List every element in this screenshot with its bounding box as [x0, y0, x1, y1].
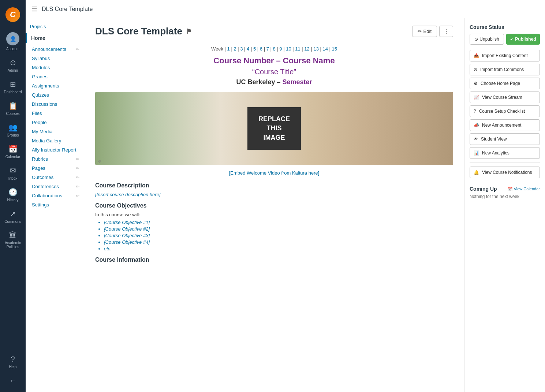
- nav-label-inbox: Inbox: [8, 176, 17, 180]
- nav-item-inbox[interactable]: ✉ Inbox: [0, 163, 26, 184]
- week-13-link[interactable]: 13: [313, 46, 318, 52]
- global-nav: C 👤 Account ⊙ Admin ⊞ Dashboard 📋 Course…: [0, 0, 26, 392]
- import-from-commons-button[interactable]: ⊙ Import from Commons: [470, 64, 540, 75]
- edit-button[interactable]: ✏ Edit: [412, 26, 437, 37]
- nav-item-assignments[interactable]: Assignments: [26, 81, 84, 90]
- breadcrumb[interactable]: Projects: [26, 22, 84, 33]
- nav-item-rubrics[interactable]: Rubrics ✏: [26, 154, 84, 164]
- header-buttons: ✏ Edit ⋮: [412, 26, 453, 37]
- course-status-title: Course Status: [470, 24, 540, 30]
- top-bar-title: DLS Core Template: [42, 6, 93, 12]
- week-11-link[interactable]: 11: [295, 46, 300, 52]
- nav-item-collaborations[interactable]: Collaborations ✏: [26, 191, 84, 200]
- week-4-link[interactable]: 4: [247, 46, 249, 52]
- nav-item-files[interactable]: Files: [26, 109, 84, 118]
- course-information-heading: Course Information: [95, 257, 453, 263]
- unpublish-button[interactable]: ⊙ Unpublish: [470, 34, 504, 45]
- week-9-link[interactable]: 9: [279, 46, 282, 52]
- notifications-icon: 🔔: [474, 170, 479, 175]
- more-icon: ⋮: [443, 28, 449, 34]
- nav-item-quizzes[interactable]: Quizzes: [26, 90, 84, 100]
- course-objectives-heading: Course Objectives: [95, 202, 453, 209]
- nav-item-ally-report[interactable]: Ally Instructor Report: [26, 145, 84, 154]
- nav-label-files: Files: [32, 111, 42, 116]
- week-1-link[interactable]: 1: [227, 46, 230, 52]
- view-calendar-link[interactable]: 📅 View Calendar: [508, 187, 540, 191]
- hamburger-menu[interactable]: ☰: [31, 5, 37, 13]
- week-12-link[interactable]: 12: [304, 46, 309, 52]
- nav-label-commons: Commons: [4, 220, 21, 224]
- nav-item-admin[interactable]: ⊙ Admin: [0, 55, 26, 76]
- choose-home-page-button[interactable]: ⚙ Choose Home Page: [470, 78, 540, 89]
- coming-up-empty: Nothing for the next week: [470, 194, 540, 199]
- nav-item-history[interactable]: 🕐 History: [0, 184, 26, 206]
- nav-item-calendar[interactable]: 📅 Calendar: [0, 141, 26, 163]
- week-2-link[interactable]: 2: [234, 46, 236, 52]
- week-6-link[interactable]: 6: [260, 46, 262, 52]
- announcement-icon: 📣: [474, 123, 479, 128]
- home-page-icon: ⚙: [474, 81, 478, 86]
- import-existing-content-button[interactable]: 📤 Import Existing Content: [470, 50, 540, 61]
- edit-icon-pages: ✏: [76, 166, 79, 171]
- nav-label-settings: Settings: [32, 202, 49, 208]
- nav-item-modules[interactable]: Modules: [26, 63, 84, 72]
- nav-item-dashboard[interactable]: ⊞ Dashboard: [0, 76, 26, 98]
- nav-item-help[interactable]: ? Help: [0, 351, 26, 373]
- nav-item-groups[interactable]: 👥 Groups: [0, 119, 26, 141]
- nav-label-outcomes: Outcomes: [32, 175, 53, 180]
- new-announcement-button[interactable]: 📣 New Announcement: [470, 119, 540, 131]
- edit-icon-outcomes: ✏: [76, 175, 79, 180]
- inbox-icon: ✉: [10, 166, 16, 175]
- more-options-button[interactable]: ⋮: [439, 26, 453, 37]
- nav-item-academic-policies[interactable]: 🏛 Academic Policies: [0, 227, 26, 253]
- nav-item-courses[interactable]: 📋 Courses: [0, 98, 26, 119]
- nav-item-discussions[interactable]: Discussions: [26, 100, 84, 109]
- pencil-icon: ✏: [418, 29, 422, 34]
- right-sidebar: Course Status ⊙ Unpublish ✓ Published 📤 …: [464, 18, 545, 392]
- semester-text: Semester: [283, 78, 312, 86]
- nav-label-pages: Pages: [32, 165, 45, 171]
- nav-item-people[interactable]: People: [26, 118, 84, 127]
- new-analytics-button[interactable]: 📊 New Analytics: [470, 147, 540, 159]
- nav-item-conferences[interactable]: Conferences ✏: [26, 182, 84, 191]
- nav-item-syllabus[interactable]: Syllabus: [26, 54, 84, 63]
- week-15-link[interactable]: 15: [332, 46, 337, 52]
- import-commons-icon: ⊙: [474, 67, 477, 72]
- nav-item-settings[interactable]: Settings: [26, 200, 84, 209]
- week-8-link[interactable]: 8: [273, 46, 275, 52]
- nav-item-media-gallery[interactable]: Media Gallery: [26, 136, 84, 145]
- nav-label-quizzes: Quizzes: [32, 92, 49, 98]
- canvas-logo[interactable]: C: [0, 4, 26, 26]
- nav-collapse-button[interactable]: ←: [0, 373, 26, 388]
- nav-label-media-gallery: Media Gallery: [32, 138, 61, 143]
- view-course-stream-button[interactable]: 📈 View Course Stream: [470, 92, 540, 103]
- nav-label-account: Account: [6, 47, 19, 51]
- edit-icon-conferences: ✏: [76, 184, 79, 189]
- published-button[interactable]: ✓ Published: [506, 34, 540, 45]
- nav-item-account[interactable]: 👤 Account: [0, 29, 26, 55]
- nav-item-my-media[interactable]: My Media: [26, 127, 84, 136]
- nav-label-groups: Groups: [7, 133, 19, 137]
- course-setup-checklist-button[interactable]: ? Course Setup Checklist: [470, 105, 540, 117]
- coming-up-header: Coming Up 📅 View Calendar: [470, 186, 540, 192]
- nav-item-outcomes[interactable]: Outcomes ✏: [26, 173, 84, 182]
- week-14-link[interactable]: 14: [322, 46, 328, 52]
- status-row: ⊙ Unpublish ✓ Published: [470, 34, 540, 45]
- week-5-link[interactable]: 5: [253, 46, 256, 52]
- embed-video-link[interactable]: [Embed Welcome Video from Kaltura here]: [95, 170, 453, 176]
- nav-item-commons[interactable]: ↗ Commons: [0, 206, 26, 227]
- collapse-icon: ←: [9, 376, 16, 385]
- student-view-button[interactable]: 👁 Student View: [470, 133, 540, 145]
- week-7-link[interactable]: 7: [266, 46, 269, 52]
- week-10-link[interactable]: 10: [286, 46, 291, 52]
- nav-item-grades[interactable]: Grades: [26, 72, 84, 81]
- view-course-notifications-button[interactable]: 🔔 View Course Notifications: [470, 167, 540, 178]
- help-icon: ?: [11, 355, 15, 363]
- nav-item-pages[interactable]: Pages ✏: [26, 164, 84, 173]
- nav-home[interactable]: Home: [26, 33, 84, 43]
- week-nav: Week | 1 | 2 | 3 | 4 | 5 | 6 | 7 | 8 | 9…: [95, 46, 453, 52]
- nav-label-announcements: Announcements: [32, 46, 66, 52]
- week-3-link[interactable]: 3: [240, 46, 243, 52]
- nav-item-announcements[interactable]: Announcements ✏: [26, 45, 84, 54]
- course-title-icon: ⚑: [186, 27, 192, 36]
